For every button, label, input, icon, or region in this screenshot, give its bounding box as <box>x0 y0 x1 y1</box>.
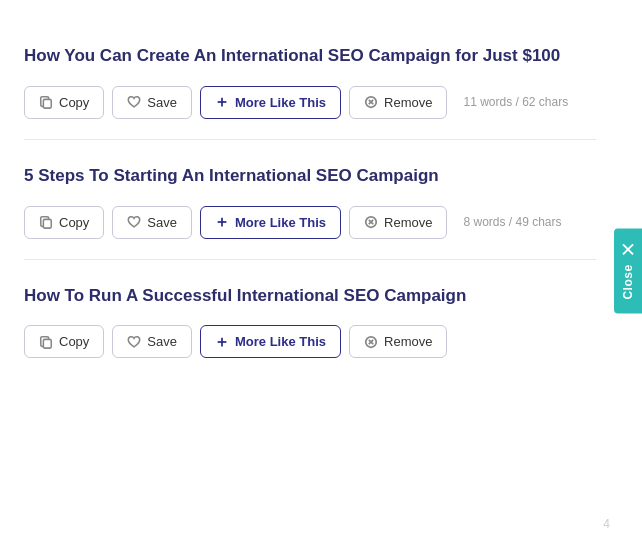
actions-row-2: Copy Save More Like This <box>24 206 596 239</box>
result-item-3: How To Run A Successful International SE… <box>24 260 596 359</box>
remove-button-1[interactable]: Remove <box>349 86 447 119</box>
actions-row-3: Copy Save More Like This <box>24 325 596 358</box>
more-like-label-2: More Like This <box>235 215 326 230</box>
copy-icon-3 <box>39 335 53 349</box>
heart-icon-1 <box>127 95 141 109</box>
close-tab-label: Close <box>621 264 635 299</box>
close-tab[interactable]: Close <box>614 228 642 313</box>
result-title-1[interactable]: How You Can Create An International SEO … <box>24 44 596 68</box>
copy-label-3: Copy <box>59 334 89 349</box>
x-icon-3 <box>364 335 378 349</box>
save-button-1[interactable]: Save <box>112 86 192 119</box>
copy-button-3[interactable]: Copy <box>24 325 104 358</box>
plus-icon-3 <box>215 335 229 349</box>
x-icon-1 <box>364 95 378 109</box>
result-item-2: 5 Steps To Starting An International SEO… <box>24 140 596 260</box>
result-item-1: How You Can Create An International SEO … <box>24 20 596 140</box>
more-like-label-1: More Like This <box>235 95 326 110</box>
save-label-2: Save <box>147 215 177 230</box>
plus-icon-2 <box>215 215 229 229</box>
actions-row-1: Copy Save More Like This <box>24 86 596 119</box>
more-like-button-1[interactable]: More Like This <box>200 86 341 119</box>
copy-button-1[interactable]: Copy <box>24 86 104 119</box>
result-title-2[interactable]: 5 Steps To Starting An International SEO… <box>24 164 596 188</box>
more-like-button-3[interactable]: More Like This <box>200 325 341 358</box>
copy-label-2: Copy <box>59 215 89 230</box>
word-count-1: 11 words / 62 chars <box>463 95 568 109</box>
heart-icon-3 <box>127 335 141 349</box>
remove-label-2: Remove <box>384 215 432 230</box>
save-button-2[interactable]: Save <box>112 206 192 239</box>
close-tab-icon <box>622 242 634 258</box>
plus-icon-1 <box>215 95 229 109</box>
svg-rect-12 <box>43 339 51 348</box>
result-title-3[interactable]: How To Run A Successful International SE… <box>24 284 596 308</box>
svg-rect-0 <box>43 100 51 109</box>
heart-icon-2 <box>127 215 141 229</box>
svg-rect-6 <box>43 219 51 228</box>
results-container: How You Can Create An International SEO … <box>0 0 620 358</box>
save-button-3[interactable]: Save <box>112 325 192 358</box>
copy-button-2[interactable]: Copy <box>24 206 104 239</box>
more-like-button-2[interactable]: More Like This <box>200 206 341 239</box>
x-icon-2 <box>364 215 378 229</box>
remove-label-3: Remove <box>384 334 432 349</box>
save-label-3: Save <box>147 334 177 349</box>
remove-label-1: Remove <box>384 95 432 110</box>
more-like-label-3: More Like This <box>235 334 326 349</box>
page-number: 4 <box>603 517 610 531</box>
remove-button-2[interactable]: Remove <box>349 206 447 239</box>
remove-button-3[interactable]: Remove <box>349 325 447 358</box>
copy-icon-2 <box>39 215 53 229</box>
save-label-1: Save <box>147 95 177 110</box>
copy-icon-1 <box>39 95 53 109</box>
word-count-2: 8 words / 49 chars <box>463 215 561 229</box>
copy-label-1: Copy <box>59 95 89 110</box>
